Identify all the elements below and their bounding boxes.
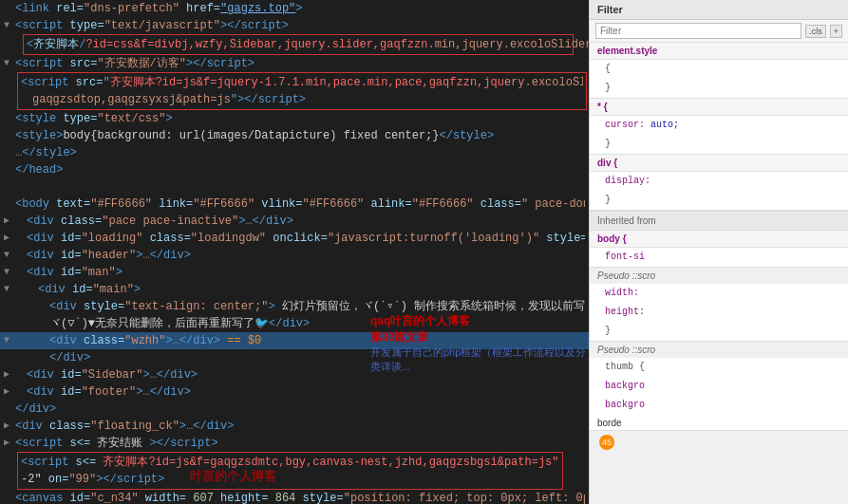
- pink-text: 齐安脚本?id=js&f=gaqgzsdmtc,bgy,canvas-nest,…: [96, 456, 558, 469]
- filter-bar[interactable]: .cls +: [590, 20, 848, 43]
- line-arrow: ▶: [4, 418, 15, 435]
- div-display-rule: display:: [590, 172, 848, 191]
- tag: >: [268, 300, 281, 313]
- line-content: <div style="text-align: center;"> 幻灯片预留位…: [15, 298, 585, 315]
- line-content: </head>: [15, 161, 585, 178]
- styles-title: Filter: [597, 4, 623, 15]
- text: == $0: [220, 334, 261, 347]
- code-line: ▼ <script src="齐安数据/访客"></script>: [0, 55, 589, 72]
- text: -2": [21, 473, 48, 486]
- val: "loading": [82, 232, 143, 245]
- val: "wzhh": [124, 334, 165, 347]
- tag: <link: [15, 2, 56, 15]
- line-content: <div id="footer">…</div>: [15, 383, 585, 401]
- code-line: <link rel="dns-prefetch" href="gagzs.top…: [0, 0, 589, 17]
- orange: gaqgzsdtop,gaqgzsyxsj&path=js: [32, 93, 231, 106]
- styles-header: Filter: [590, 0, 848, 20]
- code-line-selected[interactable]: ▼ <div class="wzhh">…</div> == $0: [0, 332, 589, 349]
- code-panel: <link rel="dns-prefetch" href="gagzs.top…: [0, 0, 589, 504]
- attr: id=: [61, 368, 82, 382]
- tag: <div: [27, 232, 61, 245]
- code-line: ▼ <div id="main">: [0, 281, 589, 298]
- line-arrow: ▼: [4, 281, 15, 298]
- code-line: ▼ <script type="text/javascript"></scrip…: [0, 17, 589, 34]
- code-line-highlighted: <齐安脚本/?id=css&f=divbj,wzfy,Sidebar,jquer…: [0, 34, 589, 55]
- val: "#FF6666": [90, 197, 152, 211]
- green-val: 607: [186, 492, 220, 504]
- attr: id=: [70, 492, 91, 504]
- thumb-bg1-rule: backgro: [590, 377, 848, 396]
- line-content: <script s<= 齐安结账 ></script>: [15, 435, 585, 452]
- attr: class=: [142, 232, 190, 245]
- line-content: <div class="pace pace-inactive">…</div>: [15, 213, 585, 230]
- tag: >: [165, 112, 172, 125]
- tag: >: [142, 368, 149, 382]
- gray: …: [245, 215, 252, 228]
- green-val: 864: [269, 492, 303, 504]
- attr: class=: [474, 197, 521, 211]
- attr: vlink=: [254, 197, 302, 211]
- link-val[interactable]: "gagzs.top": [220, 2, 295, 15]
- filter-plus-btn[interactable]: +: [830, 25, 842, 38]
- tag: </div>: [15, 402, 56, 416]
- line-content: <div class="floating_ck">…</div>: [15, 418, 585, 435]
- border-text: borde: [597, 418, 622, 428]
- style-prop: cursor:: [605, 120, 645, 130]
- line-content: <div id="loading" class="loadingdw" oncl…: [15, 230, 585, 247]
- border-indicator: borde: [590, 415, 848, 430]
- attr: style=: [539, 232, 585, 245]
- attr: s<=: [76, 456, 97, 469]
- tag: </div>: [253, 215, 293, 228]
- code-line: <body text="#FF6666" link="#FF6666" vlin…: [0, 196, 589, 213]
- element-style-open: {: [590, 60, 848, 79]
- attr: class=: [49, 420, 90, 433]
- line-content: </div>: [15, 349, 585, 366]
- line-arrow: ▼: [4, 55, 15, 72]
- star-selector-text: * {: [597, 102, 608, 112]
- orange: .min,jquery.excoloSlider&path=css: [427, 38, 589, 51]
- code-line: ヾ(▽`)▼无奈只能删除，后面再重新写了🐦</div>: [0, 315, 589, 332]
- line-arrow: ▶: [4, 230, 15, 247]
- code-line: <canvas id="c_n34" width= 607 height= 86…: [0, 490, 589, 504]
- val: "99": [68, 473, 96, 486]
- tag: <div: [38, 283, 72, 296]
- line-content: …</style>: [15, 144, 585, 161]
- val: "footer": [82, 385, 137, 399]
- attr: type=: [70, 19, 104, 32]
- attr: id=: [61, 232, 82, 245]
- line-content: <body text="#FF6666" link="#FF6666" vlin…: [15, 196, 585, 213]
- tag: <div: [49, 334, 84, 347]
- star-close: }: [590, 135, 848, 154]
- star-selector: * {: [590, 99, 848, 116]
- tag: </div>: [150, 249, 191, 262]
- code-line: ▶ <div id="loading" class="loadingdw" on…: [0, 230, 589, 247]
- line-content: <div id="header">…</div>: [15, 247, 585, 264]
- line-content: <script src="齐安数据/访客"></script>: [15, 55, 585, 72]
- code-line: ▶ <div class="floating_ck">…</div>: [0, 418, 589, 435]
- attr: s<=: [70, 437, 91, 450]
- filter-input[interactable]: [595, 23, 801, 39]
- val: "header": [82, 249, 137, 262]
- body-selector-text: body {: [597, 233, 627, 244]
- val: "dns-prefetch": [84, 2, 179, 15]
- line-content: <style>body{background: url(images/Datap…: [15, 127, 585, 144]
- pseudo-header-1: Pseudo ::scro: [590, 268, 848, 284]
- tag: <div: [15, 420, 49, 433]
- tag: </div>: [269, 317, 310, 330]
- code-line: ▶ <script s<= 齐安结账 ></script>: [0, 435, 589, 452]
- code-line: ▶ <div id="Sidebar">…</div>: [0, 366, 589, 383]
- tag: </div>: [179, 334, 220, 347]
- val: "齐安数据/访客": [97, 57, 186, 70]
- style-prop: width:: [605, 288, 639, 298]
- style-val: auto;: [650, 120, 679, 130]
- tag: <div: [49, 300, 84, 313]
- tag: <script: [21, 456, 76, 469]
- code-line: ▶ <div id="footer">…</div>: [0, 383, 589, 401]
- code-lines: <link rel="dns-prefetch" href="gagzs.top…: [0, 0, 589, 504]
- line-arrow: ▼: [4, 247, 15, 264]
- val: "text-align: center;": [124, 300, 268, 313]
- attr: type=: [63, 112, 97, 125]
- attr: id=: [61, 266, 82, 279]
- attr: alink=: [364, 197, 411, 211]
- filter-toggle-btn[interactable]: .cls: [805, 25, 826, 38]
